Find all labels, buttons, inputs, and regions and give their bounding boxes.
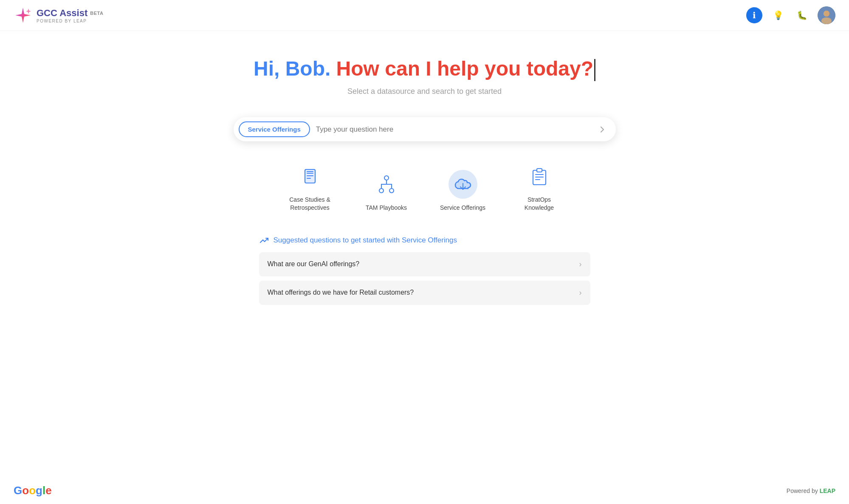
bulb-icon: 💡: [773, 10, 784, 20]
svg-point-12: [389, 189, 394, 193]
main-content: Hi, Bob. How can I help you today? Selec…: [0, 31, 849, 309]
suggestion-item-1[interactable]: What offerings do we have for Retail cus…: [259, 281, 590, 305]
cloud-icon: [454, 177, 472, 192]
user-avatar-button[interactable]: [818, 6, 835, 24]
info-icon: ℹ: [753, 10, 756, 20]
datasource-item-service-offerings[interactable]: Service Offerings: [437, 170, 488, 211]
suggestion-text-0: What are our GenAI offerings?: [268, 260, 360, 268]
svg-point-2: [821, 17, 832, 24]
greeting-how: How can I help you today?: [330, 57, 593, 80]
trend-icon: [259, 235, 269, 245]
suggestions-header: Suggested questions to get started with …: [259, 235, 590, 245]
tam-playbooks-icon-wrapper: [372, 170, 401, 199]
case-studies-icon-wrapper: [296, 162, 324, 191]
datasource-item-stratops[interactable]: StratOps Knowledge: [514, 162, 565, 211]
logo-text-block: GCC Assist BETA POWERED BY LEAP: [37, 8, 103, 23]
suggestion-item-0[interactable]: What are our GenAI offerings? ›: [259, 252, 590, 276]
suggestion-text-1: What offerings do we have for Retail cus…: [268, 289, 414, 296]
gcc-assist-logo-icon: [14, 6, 32, 25]
bulb-button[interactable]: 💡: [770, 7, 786, 23]
user-avatar: [818, 6, 835, 24]
clipboard-icon: [531, 167, 547, 186]
bug-button[interactable]: 🐛: [794, 7, 810, 23]
svg-point-3: [824, 11, 829, 17]
search-bar: Service Offerings: [234, 117, 616, 141]
send-icon: [597, 124, 607, 135]
service-offerings-icon-wrapper: [448, 170, 477, 199]
svg-point-10: [384, 176, 389, 180]
svg-rect-15: [537, 169, 542, 172]
chevron-right-icon-1: ›: [579, 288, 582, 297]
document-icon: [302, 168, 319, 185]
powered-by-footer: Powered by LEAP: [787, 487, 835, 494]
greeting-hi: Hi, Bob.: [254, 57, 330, 80]
app-title: GCC Assist BETA: [37, 8, 103, 19]
header-icons: ℹ 💡 🐛: [746, 6, 835, 24]
tam-playbooks-label: TAM Playbooks: [366, 204, 407, 211]
text-cursor: [594, 59, 595, 81]
trending-up-icon: [259, 235, 269, 245]
logo-area: GCC Assist BETA POWERED BY LEAP: [14, 6, 103, 25]
google-logo: Google: [14, 484, 52, 497]
datasource-selector-button[interactable]: Service Offerings: [239, 121, 310, 137]
info-button[interactable]: ℹ: [746, 7, 762, 23]
chevron-right-icon-0: ›: [579, 260, 582, 269]
beta-badge: BETA: [90, 11, 103, 16]
bug-icon: 🐛: [797, 10, 807, 20]
service-offerings-label: Service Offerings: [440, 204, 485, 211]
flow-icon: [378, 175, 395, 194]
suggestions-section: Suggested questions to get started with …: [259, 235, 590, 309]
case-studies-label: Case Studies & Retrospectives: [285, 196, 336, 211]
stratops-icon-wrapper: [525, 162, 554, 191]
datasource-icons-row: Case Studies & Retrospectives TAM Playbo…: [285, 162, 565, 211]
svg-point-11: [379, 189, 384, 193]
header: GCC Assist BETA POWERED BY LEAP ℹ 💡 🐛: [0, 0, 849, 31]
powered-by-label: POWERED BY LEAP: [37, 19, 103, 23]
stratops-label: StratOps Knowledge: [514, 196, 565, 211]
greeting-heading: Hi, Bob. How can I help you today?: [254, 56, 595, 81]
avatar-svg: [818, 6, 835, 24]
search-submit-button[interactable]: [597, 124, 607, 135]
suggestions-title: Suggested questions to get started with …: [274, 236, 457, 245]
footer: Google Powered by LEAP: [14, 484, 835, 497]
search-input[interactable]: [316, 125, 597, 134]
leap-link: LEAP: [820, 487, 835, 494]
subtitle-text: Select a datasource and search to get st…: [347, 87, 502, 96]
datasource-item-case-studies[interactable]: Case Studies & Retrospectives: [285, 162, 336, 211]
datasource-item-tam-playbooks[interactable]: TAM Playbooks: [361, 170, 412, 211]
